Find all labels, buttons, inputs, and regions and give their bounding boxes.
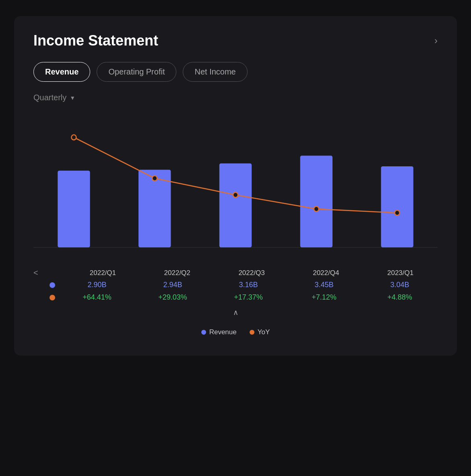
x-axis-row: < 2022/Q1 2022/Q2 2022/Q3 2022/Q4 2023/Q… — [33, 268, 438, 277]
yoy-q2: +29.03% — [135, 293, 211, 302]
period-label: Quarterly — [33, 93, 66, 102]
legend-revenue-label: Revenue — [209, 328, 237, 336]
legend-yoy-dot — [250, 330, 254, 335]
yoy-dot-legend — [50, 295, 55, 300]
yoy-dot-q5 — [395, 210, 400, 215]
x-label-q1: 2022/Q1 — [66, 269, 140, 277]
page-title: Income Statement — [33, 32, 158, 49]
yoy-values: +64.41% +29.03% +17.37% +7.12% +4.88% — [59, 293, 438, 302]
legend-yoy-label: YoY — [258, 328, 270, 336]
bar-q2 — [138, 170, 171, 248]
yoy-data-row: +64.41% +29.03% +17.37% +7.12% +4.88% — [50, 293, 438, 302]
bar-q4 — [300, 156, 333, 248]
revenue-q2: 2.94B — [135, 281, 211, 289]
x-label-q4: 2022/Q4 — [289, 269, 363, 277]
income-statement-card: Income Statement › Revenue Operating Pro… — [14, 16, 457, 356]
tab-operating-profit[interactable]: Operating Profit — [97, 62, 176, 82]
chart-svg — [33, 115, 438, 260]
legend-row: Revenue YoY — [33, 328, 438, 336]
tab-revenue[interactable]: Revenue — [33, 62, 90, 82]
collapse-button[interactable]: ∧ — [233, 308, 238, 317]
yoy-dot-q4 — [314, 207, 319, 212]
bar-q5 — [381, 166, 413, 247]
nav-prev-button[interactable]: < — [33, 268, 50, 277]
tab-row: Revenue Operating Profit Net Income — [33, 62, 438, 82]
revenue-q1: 2.90B — [59, 281, 135, 289]
bar-q1 — [58, 171, 90, 248]
revenue-q5: 3.04B — [362, 281, 438, 289]
x-label-q3: 2022/Q3 — [215, 269, 289, 277]
yoy-q5: +4.88% — [362, 293, 438, 302]
yoy-dot-q2 — [152, 176, 157, 181]
revenue-dot — [50, 282, 55, 288]
yoy-dot-q1 — [71, 135, 76, 140]
header-row: Income Statement › — [33, 32, 438, 49]
period-row: Quarterly ▼ — [33, 93, 438, 102]
chart-area — [33, 115, 438, 260]
tab-net-income[interactable]: Net Income — [183, 62, 247, 82]
period-dropdown-icon[interactable]: ▼ — [70, 95, 75, 101]
yoy-q4: +7.12% — [286, 293, 362, 302]
revenue-q4: 3.45B — [286, 281, 362, 289]
yoy-dot-q3 — [233, 192, 238, 198]
revenue-q3: 3.16B — [211, 281, 286, 289]
bar-q3 — [219, 163, 252, 248]
x-label-q2: 2022/Q2 — [140, 269, 215, 277]
x-labels: 2022/Q1 2022/Q2 2022/Q3 2022/Q4 2023/Q1 — [66, 269, 438, 277]
revenue-values: 2.90B 2.94B 3.16B 3.45B 3.04B — [59, 281, 438, 289]
yoy-q3: +17.37% — [211, 293, 286, 302]
yoy-q1: +64.41% — [59, 293, 135, 302]
nav-next-button[interactable]: › — [434, 35, 438, 46]
revenue-data-row: 2.90B 2.94B 3.16B 3.45B 3.04B — [50, 281, 438, 289]
legend-yoy: YoY — [250, 328, 270, 336]
collapse-row: ∧ — [33, 308, 438, 317]
legend-revenue: Revenue — [201, 328, 237, 336]
legend-revenue-dot — [201, 330, 206, 335]
x-label-q5: 2023/Q1 — [363, 269, 438, 277]
